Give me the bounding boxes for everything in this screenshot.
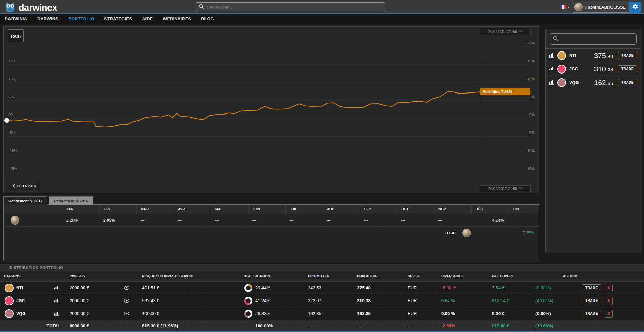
settings-button[interactable] [629, 2, 641, 13]
allocation-donut [244, 297, 252, 305]
tab-rendement-2017[interactable]: Rendement % 2017 [3, 196, 47, 205]
axis-tick-label: -5% [8, 131, 15, 135]
darwin-price: 310.38 [594, 65, 613, 73]
range-dropdown[interactable]: Tout▾ [8, 29, 24, 42]
crosshair-date-top: 20/02/2017 21:59:00 [480, 28, 531, 35]
close-position-button[interactable]: X [605, 310, 613, 318]
allocation-donut [244, 284, 252, 292]
brand[interactable]: darwinex [4, 1, 57, 15]
axis-tick-label: 10% [8, 77, 16, 81]
close-position-button[interactable]: X [605, 297, 613, 305]
axis-tick-label: 0% [529, 113, 535, 117]
darwin-ticker: NTI [569, 53, 576, 58]
language-selector[interactable]: ▾ [560, 5, 569, 9]
trade-button[interactable]: TRADE [618, 79, 637, 86]
trade-button[interactable]: TRADE [582, 297, 601, 304]
axis-tick-label: -15% [526, 167, 535, 171]
trade-button[interactable]: TRADE [582, 310, 601, 317]
axis-tick-label: 5% [529, 95, 535, 99]
nav-item-portfolio[interactable]: PORTFOLIO [69, 17, 94, 21]
darwin-color-badge [557, 51, 566, 60]
distribution-title: DISTRIBUTION PORTFOLIO [0, 264, 644, 271]
darwin-list-panel: NTI 375.40 TRADE JGC 310.38 TRADE VQG 16… [545, 29, 641, 252]
nav-item-aide[interactable]: AIDE [142, 17, 153, 21]
user-avatar [11, 216, 19, 225]
crosshair-date-bottom: 20/02/2017 21:59:00 [480, 185, 531, 192]
nav-item-webinaires[interactable]: WEBINAIRES [163, 17, 191, 21]
darwin-search[interactable] [550, 33, 637, 45]
trade-button[interactable]: TRADE [618, 52, 637, 59]
distribution-row-nti: NTI 2000.00 € 401.51 € 29.44% 343.53 375… [0, 282, 644, 294]
darwin-price: 162.35 [594, 79, 613, 87]
nav-item-strategies[interactable]: STRATEGIES [104, 17, 132, 21]
axis-tick-label: -15% [8, 167, 17, 171]
allocation-donut [244, 310, 252, 318]
axis-tick-label: 20% [527, 41, 535, 45]
chart-column-icon[interactable] [549, 80, 554, 85]
french-flag-icon [560, 5, 566, 9]
nav-item-blog[interactable]: BLOG [201, 17, 214, 21]
eye-icon[interactable] [124, 286, 129, 290]
chart-column-icon[interactable] [54, 286, 59, 290]
date-back-button[interactable]: 08/11/2016 [8, 182, 40, 190]
user-menu[interactable]: FabienLABROUSSE [573, 2, 629, 13]
darwin-search-input[interactable] [561, 37, 633, 42]
distribution-header-row: DARWINS INVESTIS RISQUE SUR INVESTISSEME… [0, 271, 644, 282]
user-avatar [574, 3, 583, 11]
chart-column-icon[interactable] [549, 53, 554, 58]
topbar: darwinex ▾ FabienLABROUSSE [0, 0, 644, 14]
darwin-color-badge [5, 284, 14, 292]
darwin-color-badge [557, 78, 566, 87]
eye-icon[interactable] [124, 299, 129, 303]
axis-tick-label: -10% [8, 149, 17, 153]
global-search[interactable] [196, 2, 385, 12]
chart-column-icon[interactable] [549, 66, 554, 71]
axis-tick-label: -5% [528, 131, 535, 135]
returns-total-row: TOTAL 7.25% [4, 227, 539, 239]
axis-tick-label: 0% [8, 113, 14, 117]
eye-icon[interactable] [124, 312, 129, 315]
nav-item-darwinia[interactable]: DARWINIA [5, 17, 27, 21]
darwin-color-badge [5, 309, 14, 318]
darwin-list-item-jgc[interactable]: JGC 310.38 TRADE [546, 62, 641, 76]
darwin-color-badge [5, 296, 14, 305]
axis-tick-label: 15% [527, 59, 535, 63]
search-icon [199, 4, 204, 11]
distribution-row-vqg: VQG 2000.00 € 400.00 € 29.33% 162.35 162… [0, 307, 644, 320]
distribution-total-row: TOTAL 6000.00 € 815.30 € (11.96%) 100.00… [0, 320, 644, 331]
returns-header-blank [4, 205, 62, 214]
nav-item-darwins[interactable]: DARWINS [37, 17, 58, 21]
owl-logo-icon [4, 1, 16, 15]
chevron-left-icon [12, 184, 15, 188]
search-input[interactable] [207, 5, 382, 10]
darwin-price: 375.40 [594, 51, 613, 60]
portfolio-value-tag: Portfolio: 7.25% [480, 88, 530, 95]
user-avatar [462, 229, 471, 237]
darwin-ticker: JGC [569, 67, 578, 71]
trade-button[interactable]: TRADE [582, 284, 601, 291]
main-nav: DARWINIA DARWINS PORTFOLIO STRATEGIES AI… [0, 14, 644, 24]
axis-tick-label: 15% [8, 59, 16, 63]
tab-rendement-2016[interactable]: Rendement % 2016 [49, 196, 93, 205]
total-label: TOTAL [445, 231, 457, 235]
brand-name: darwinex [19, 3, 57, 13]
distribution-row-jgc: JGC 2000.00 € 562.43 € 41.24% 222.07 310… [0, 294, 644, 307]
darwin-color-badge [557, 65, 566, 74]
chart-panel: 15%10%5%0%-5%-10%-15% 20%15%10%5%0%-5%-1… [3, 26, 539, 193]
user-name: FabienLABROUSSE [585, 5, 626, 10]
darwin-list-item-nti[interactable]: NTI 375.40 TRADE [546, 49, 641, 62]
axis-tick-label: -10% [526, 149, 535, 153]
returns-row: 1.26% 2.95% --- --- --- --- --- --- --- … [4, 214, 539, 227]
portfolio-chart[interactable] [4, 27, 539, 193]
returns-panel: JAN FÉV MAR AVR MAI JUIN JUIL AOU SEP OC… [3, 204, 539, 261]
search-icon [553, 36, 558, 42]
returns-tabs: Rendement % 2017 Rendement % 2016 [3, 196, 93, 205]
chart-column-icon[interactable] [54, 311, 59, 316]
chart-column-icon[interactable] [54, 298, 59, 303]
chevron-down-icon: ▾ [20, 35, 22, 38]
axis-tick-label: 5% [8, 95, 14, 99]
darwin-list-item-vqg[interactable]: VQG 162.35 TRADE [546, 76, 641, 89]
total-return-value: 7.25% [523, 231, 534, 235]
close-position-button[interactable]: X [605, 284, 613, 292]
trade-button[interactable]: TRADE [618, 65, 637, 72]
